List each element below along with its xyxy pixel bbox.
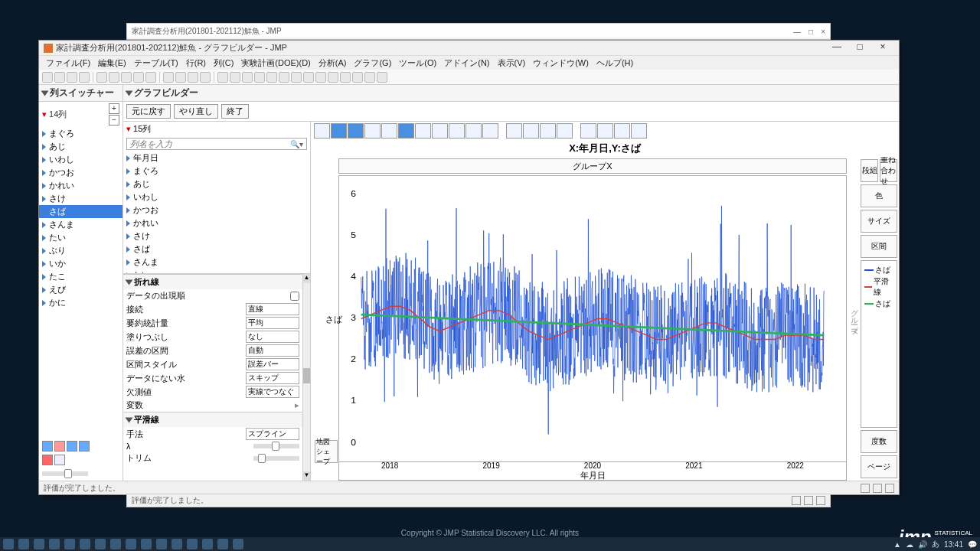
task-icon[interactable] — [141, 539, 152, 549]
page-zone[interactable]: ページ — [861, 455, 897, 478]
variable-item[interactable]: さば — [123, 243, 310, 256]
chart-type-caption-icon[interactable] — [631, 123, 647, 139]
tray-ime[interactable]: あ — [932, 539, 939, 549]
fill-select[interactable]: なし — [246, 331, 299, 343]
menu-doe[interactable]: 実験計画(DOE)(D) — [237, 57, 314, 69]
chart-type-ellipse-icon[interactable] — [364, 123, 381, 139]
variable-item[interactable]: さんま — [123, 256, 310, 269]
task-icon[interactable] — [187, 539, 198, 549]
task-icon[interactable] — [233, 539, 243, 549]
status-icon[interactable] — [873, 484, 882, 493]
group-x-zone[interactable]: グループX — [338, 158, 847, 174]
tray-icon[interactable]: ▲ — [893, 540, 901, 549]
undo-button[interactable]: 元に戻す — [126, 104, 171, 119]
add-column-button[interactable]: + — [109, 103, 119, 114]
menu-graph[interactable]: グラフ(G) — [350, 57, 395, 69]
color-zone[interactable]: 色 — [861, 184, 897, 207]
settings-icon[interactable] — [54, 455, 65, 465]
chart-type-hist-icon[interactable] — [466, 123, 482, 139]
lambda-slider[interactable] — [253, 444, 299, 448]
task-icon[interactable] — [110, 539, 121, 549]
colswitch-item[interactable]: かに — [39, 296, 122, 309]
task-icon[interactable] — [80, 539, 90, 549]
chart-type-bar-icon[interactable] — [415, 123, 431, 139]
play-fwd-icon[interactable] — [67, 441, 77, 452]
maximize-button[interactable]: □ — [848, 41, 871, 55]
smooth-section-header[interactable]: 平滑線 — [123, 412, 302, 427]
chart-type-map-icon[interactable] — [580, 123, 596, 139]
tb-icon[interactable] — [328, 72, 338, 83]
remove-column-button[interactable]: − — [109, 115, 119, 126]
colswitch-item[interactable]: かつお — [39, 166, 122, 179]
clock[interactable]: 13:41 — [944, 540, 963, 549]
tb-icon[interactable] — [175, 72, 186, 83]
tb-icon[interactable] — [145, 72, 156, 83]
menu-window[interactable]: ウィンドウ(W) — [529, 57, 593, 69]
play-back-icon[interactable] — [42, 441, 53, 452]
menu-analyze[interactable]: 分析(A) — [315, 57, 351, 69]
variable-item[interactable]: かつお — [123, 204, 310, 217]
tb-icon[interactable] — [121, 72, 132, 83]
task-icon[interactable] — [156, 539, 167, 549]
connect-select[interactable]: 直線 — [246, 303, 299, 315]
method-select[interactable]: スプライン — [246, 428, 299, 440]
close-button[interactable]: × — [871, 41, 894, 55]
group-y-zone[interactable]: グループY — [848, 157, 859, 481]
menu-edit[interactable]: 編集(E) — [94, 57, 130, 69]
chart-type-smooth-icon[interactable] — [331, 123, 347, 139]
notif-icon[interactable]: 💬 — [968, 540, 977, 549]
tb-icon[interactable] — [266, 72, 277, 83]
column-search[interactable]: 🔍▾ — [126, 138, 307, 150]
tb-icon[interactable] — [303, 72, 314, 83]
chart-type-heat-icon[interactable] — [482, 123, 498, 139]
line-section-header[interactable]: 折れ線 — [123, 275, 302, 289]
colswitch-item[interactable]: あじ — [39, 140, 122, 153]
freq-zone[interactable]: 度数 — [861, 430, 897, 453]
tb-icon[interactable] — [79, 72, 90, 83]
tb-icon[interactable] — [133, 72, 144, 83]
task-icon[interactable] — [172, 539, 182, 549]
colswitch-item[interactable]: かれい — [39, 179, 122, 192]
stop-icon[interactable] — [54, 441, 65, 452]
redo-button[interactable]: やり直し — [174, 104, 218, 119]
search-icon[interactable] — [18, 539, 29, 549]
overlay-zone[interactable]: 重ね合わせ — [880, 159, 897, 182]
tb-icon[interactable] — [163, 72, 174, 83]
chart-type-line2-icon[interactable] — [398, 123, 414, 139]
menu-view[interactable]: 表示(V) — [494, 57, 530, 69]
chart-type-funnel-icon[interactable] — [597, 123, 613, 139]
colswitch-header[interactable]: 列スイッチャー — [39, 85, 122, 102]
tb-icon[interactable] — [315, 72, 326, 83]
variable-item[interactable]: たい — [123, 269, 310, 274]
tb-icon[interactable] — [364, 72, 375, 83]
tb-icon[interactable] — [352, 72, 363, 83]
speed-slider[interactable] — [42, 471, 88, 476]
tray-icon[interactable]: 🔊 — [918, 540, 927, 549]
map-shape-zone[interactable]: 地図シェープ — [315, 440, 338, 463]
chart-type-parallel-icon[interactable] — [557, 123, 573, 139]
plot-area[interactable]: さば 地図シェープ 0123456 — [338, 175, 847, 462]
chart-type-pie-icon[interactable] — [523, 123, 539, 139]
chart-type-line-icon[interactable] — [348, 123, 364, 139]
menu-addin[interactable]: アドイン(N) — [440, 57, 493, 69]
task-icon[interactable] — [202, 539, 213, 549]
colswitch-item[interactable]: さんま — [39, 218, 122, 231]
tb-icon[interactable] — [200, 72, 211, 83]
tb-icon[interactable] — [67, 72, 77, 83]
variable-item[interactable]: あじ — [123, 178, 310, 191]
tb-icon[interactable] — [217, 72, 228, 83]
colswitch-item[interactable]: えび — [39, 283, 122, 296]
task-icon[interactable] — [64, 539, 75, 549]
variable-item[interactable]: かれい — [123, 217, 310, 230]
variable-item[interactable]: まぐろ — [123, 165, 310, 178]
bg-close-icon[interactable]: × — [821, 28, 825, 36]
chart-type-treemap-icon[interactable] — [540, 123, 556, 139]
tb-icon[interactable] — [254, 72, 265, 83]
tb-icon[interactable] — [54, 72, 65, 83]
size-zone[interactable]: サイズ — [861, 210, 897, 233]
status-icon[interactable] — [885, 484, 894, 493]
graphbuilder-header[interactable]: グラフビルダー — [123, 85, 899, 102]
search-input[interactable] — [130, 139, 290, 148]
task-icon[interactable] — [126, 539, 136, 549]
wrap-zone[interactable]: 段組 — [861, 159, 878, 182]
